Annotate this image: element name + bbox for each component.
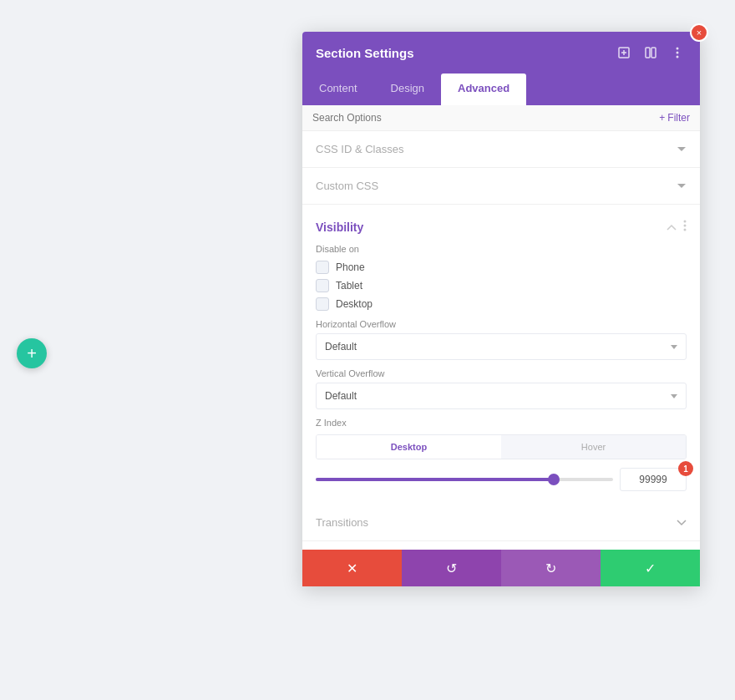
tab-bar: Content Design Advanced — [302, 74, 700, 105]
css-id-classes-header[interactable]: CSS ID & Classes — [302, 131, 700, 167]
css-id-chevron-icon — [677, 144, 687, 155]
svg-point-6 — [684, 221, 687, 223]
desktop-label: Desktop — [336, 298, 373, 310]
columns-icon[interactable] — [641, 43, 660, 62]
panel-header: Section Settings — [302, 32, 700, 74]
vertical-overflow-select[interactable]: Default Hidden Visible Auto Scroll — [316, 383, 687, 409]
slider-fill — [316, 478, 554, 481]
tablet-label: Tablet — [336, 280, 362, 292]
save-icon: ✓ — [645, 561, 656, 576]
custom-css-title: Custom CSS — [316, 180, 378, 192]
transitions-chevron-icon — [677, 517, 687, 529]
vertical-overflow-label: Vertical Overflow — [316, 368, 687, 378]
page-background: + × Section Settings — [0, 0, 735, 700]
z-index-input[interactable] — [620, 468, 687, 491]
desktop-checkbox[interactable] — [316, 297, 329, 311]
z-index-desktop-tab[interactable]: Desktop — [317, 435, 501, 459]
filter-icon: + — [659, 112, 665, 124]
action-bar: ✕ ↺ ↻ ✓ — [302, 550, 700, 586]
visibility-section: Visibility — [302, 205, 700, 505]
svg-point-8 — [684, 229, 687, 231]
search-bar: + Filter — [302, 105, 700, 131]
visibility-header: Visibility — [302, 208, 700, 241]
desktop-checkbox-item: Desktop — [316, 297, 687, 311]
tab-advanced[interactable]: Advanced — [441, 74, 526, 105]
disable-on-checkboxes: Phone Tablet Desktop — [302, 261, 700, 311]
filter-label: Filter — [667, 112, 690, 124]
save-button[interactable]: ✓ — [601, 550, 700, 586]
css-id-classes-title: CSS ID & Classes — [316, 143, 403, 155]
add-section-button[interactable]: + — [17, 338, 47, 368]
transitions-title: Transitions — [316, 516, 368, 529]
z-index-value-wrap: 1 — [620, 468, 687, 491]
resize-icon[interactable] — [615, 43, 633, 62]
horizontal-overflow-group: Horizontal Overflow Default Hidden Visib… — [302, 311, 700, 360]
panel-body: + Filter CSS ID & Classes Custom CSS — [302, 105, 700, 586]
cancel-button[interactable]: ✕ — [302, 550, 402, 586]
z-index-hover-tab[interactable]: Hover — [501, 435, 686, 459]
horizontal-overflow-select[interactable]: Default Hidden Visible Auto Scroll — [316, 333, 687, 360]
svg-rect-1 — [646, 48, 650, 58]
more-options-icon[interactable] — [668, 43, 687, 62]
transitions-section: Transitions — [302, 505, 700, 541]
custom-css-header[interactable]: Custom CSS — [302, 168, 700, 204]
close-button[interactable]: × — [690, 23, 708, 42]
redo-button[interactable]: ↻ — [501, 550, 601, 586]
phone-label: Phone — [336, 261, 365, 273]
filter-button[interactable]: + Filter — [659, 112, 690, 124]
tablet-checkbox[interactable] — [316, 279, 329, 292]
phone-checkbox[interactable] — [316, 261, 329, 274]
tab-content[interactable]: Content — [302, 74, 374, 105]
vertical-overflow-group: Vertical Overflow Default Hidden Visible… — [302, 360, 700, 409]
custom-css-chevron-icon — [677, 180, 687, 192]
z-index-section: Z Index Desktop Hover — [302, 409, 700, 491]
close-icon: × — [697, 28, 702, 38]
visibility-header-actions — [667, 220, 687, 234]
cancel-icon: ✕ — [347, 561, 357, 576]
phone-checkbox-item: Phone — [316, 261, 687, 274]
css-id-classes-section: CSS ID & Classes — [302, 131, 700, 168]
slider-thumb[interactable] — [548, 474, 560, 485]
z-index-badge: 1 — [678, 461, 693, 476]
svg-point-3 — [677, 48, 679, 50]
tablet-checkbox-item: Tablet — [316, 279, 687, 292]
disable-on-label: Disable on — [302, 241, 700, 261]
plus-icon: + — [27, 344, 37, 363]
panel-header-icons — [615, 43, 687, 62]
visibility-collapse-icon[interactable] — [667, 221, 677, 233]
svg-point-4 — [677, 52, 679, 54]
custom-css-section: Custom CSS — [302, 168, 700, 205]
svg-point-7 — [684, 225, 687, 227]
reset-button[interactable]: ↺ — [402, 550, 501, 586]
svg-point-5 — [677, 56, 679, 58]
z-index-slider[interactable] — [316, 478, 613, 481]
transitions-header[interactable]: Transitions — [302, 505, 700, 540]
section-settings-panel: × Section Settings — [302, 32, 700, 586]
visibility-title: Visibility — [316, 221, 363, 234]
horizontal-overflow-label: Horizontal Overflow — [316, 319, 687, 329]
panel-title: Section Settings — [316, 46, 414, 60]
visibility-more-icon[interactable] — [683, 220, 687, 234]
svg-rect-2 — [651, 48, 656, 58]
z-index-slider-row: 1 — [316, 468, 687, 491]
tab-design[interactable]: Design — [374, 74, 441, 105]
z-index-toggle-tabs: Desktop Hover — [316, 434, 687, 459]
redo-icon: ↻ — [545, 561, 556, 576]
z-index-label: Z Index — [316, 418, 687, 428]
reset-icon: ↺ — [446, 561, 457, 576]
search-input[interactable] — [312, 112, 659, 124]
